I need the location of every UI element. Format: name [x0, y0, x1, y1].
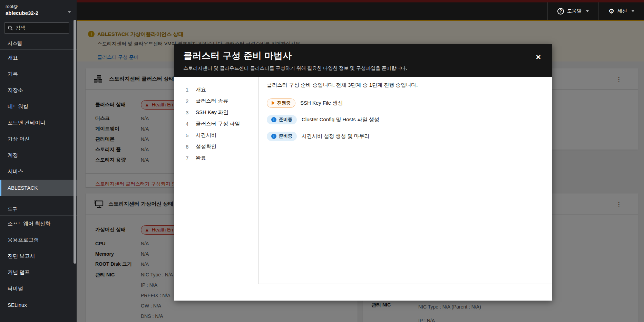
search-input[interactable]: 검색: [4, 22, 69, 34]
wizard-main-panel: 클러스터 구성 준비 중입니다. 전체 3단계 중 1단계 진행 중입니다. 진…: [258, 77, 552, 284]
session-label: 세션: [617, 8, 627, 14]
wizard-step-cluster-type[interactable]: 2클러스터 종류: [174, 95, 258, 107]
sidebar-item-overview[interactable]: 개요: [0, 50, 77, 66]
wizard-step-time-server[interactable]: 5시간서버: [174, 130, 258, 141]
chevron-down-icon: [586, 10, 589, 12]
masthead-accent-strip: [77, 0, 644, 2]
sidebar-item-diagnostic-reports[interactable]: 진단 보고서: [0, 248, 77, 264]
sidebar-section-system: 시스템: [0, 38, 77, 49]
wizard-title: 클러스터 구성 준비 마법사: [183, 50, 531, 62]
wizard-subtitle: 스토리지센터 및 클라우드센터 클러스터를 구성하기 위해 필요한 다양한 정보…: [183, 65, 531, 72]
wizard-header: 클러스터 구성 준비 마법사 스토리지센터 및 클라우드센터 클러스터를 구성하…: [174, 44, 552, 77]
masthead: ? 도움말 ⚙ 세션: [77, 0, 644, 20]
task-time-server: i 준비중 시간서버 설정 생성 및 마무리: [267, 128, 543, 144]
app-screen: root@ ablecube32-2 검색 시스템 개요 기록 저장소 네트워킹…: [0, 0, 644, 322]
task-ssh-key: 진행중 SSH Key File 생성: [267, 95, 543, 111]
search-placeholder: 검색: [16, 25, 25, 31]
wizard-step-overview[interactable]: 1개요: [174, 84, 258, 95]
close-icon[interactable]: ✕: [536, 53, 541, 61]
wizard-step-cluster-config[interactable]: 4클러스터 구성 파일: [174, 118, 258, 130]
sidebar-nav: 시스템 개요 기록 저장소 네트워킹 포드맨 컨테이너 가상 머신 계정 서비스…: [0, 38, 77, 313]
wizard-step-confirm[interactable]: 6설정확인: [174, 141, 258, 152]
help-label: 도움말: [567, 8, 582, 14]
task-label: SSH Key File 생성: [300, 100, 343, 106]
sidebar-item-kernel-dump[interactable]: 커널 덤프: [0, 264, 77, 281]
info-circle-icon: i: [271, 117, 276, 122]
sidebar: root@ ablecube32-2 검색 시스템 개요 기록 저장소 네트워킹…: [0, 0, 77, 322]
question-circle-icon: ?: [557, 8, 564, 15]
sidebar-item-services[interactable]: 서비스: [0, 163, 77, 180]
sidebar-item-podman[interactable]: 포드맨 컨테이너: [0, 115, 77, 131]
account-menu[interactable]: root@ ablecube32-2: [0, 0, 77, 19]
search-icon: [8, 26, 13, 30]
sidebar-item-accounts[interactable]: 계정: [0, 147, 77, 163]
wizard-footer: [174, 284, 552, 301]
help-menu[interactable]: ? 도움말: [547, 2, 598, 20]
pending-badge: i 준비중: [267, 115, 297, 124]
wizard-step-done[interactable]: 7완료: [174, 152, 258, 164]
wizard-progress-text: 클러스터 구성 준비 중입니다. 전체 3단계 중 1단계 진행 중입니다.: [267, 82, 543, 88]
task-cluster-config: i 준비중 Cluster Config 및 Hosts 파일 생성: [267, 111, 543, 128]
info-circle-icon: i: [271, 134, 276, 139]
sidebar-item-applications[interactable]: 응용프로그램: [0, 232, 77, 248]
play-icon: [272, 101, 275, 105]
gear-icon: ⚙: [608, 8, 614, 15]
task-label: Cluster Config 및 Hosts 파일 생성: [302, 116, 379, 123]
sidebar-scrollbar[interactable]: [74, 20, 76, 264]
task-label: 시간서버 설정 생성 및 마무리: [302, 133, 370, 140]
sidebar-item-ablestack[interactable]: ABLESTACK: [0, 180, 77, 196]
sidebar-item-selinux[interactable]: SELinux: [0, 297, 77, 313]
spacer: [0, 196, 77, 203]
running-badge: 진행중: [267, 98, 295, 108]
account-user: root@: [6, 3, 72, 10]
sidebar-item-networking[interactable]: 네트워킹: [0, 98, 77, 115]
wizard-step-nav: 1개요 2클러스터 종류 3SSH Key 파일 4클러스터 구성 파일 5시간…: [174, 77, 258, 284]
chevron-down-icon: [632, 10, 634, 12]
pending-badge: i 준비중: [267, 132, 297, 141]
chevron-down-icon: [68, 8, 71, 15]
sidebar-item-software-updates[interactable]: 소프트웨어 최신화: [0, 216, 77, 232]
sidebar-item-logs[interactable]: 기록: [0, 66, 77, 82]
sidebar-item-virtual-machines[interactable]: 가상 머신: [0, 131, 77, 147]
sidebar-item-storage[interactable]: 저장소: [0, 82, 77, 98]
sidebar-item-terminal[interactable]: 터미널: [0, 281, 77, 297]
account-host: ablecube32-2: [6, 10, 72, 16]
sidebar-section-tools: 도구: [0, 203, 77, 215]
cluster-wizard-modal: 클러스터 구성 준비 마법사 스토리지센터 및 클라우드센터 클러스터를 구성하…: [174, 44, 552, 301]
session-menu[interactable]: ⚙ 세션: [598, 2, 644, 20]
wizard-step-ssh-key[interactable]: 3SSH Key 파일: [174, 107, 258, 118]
